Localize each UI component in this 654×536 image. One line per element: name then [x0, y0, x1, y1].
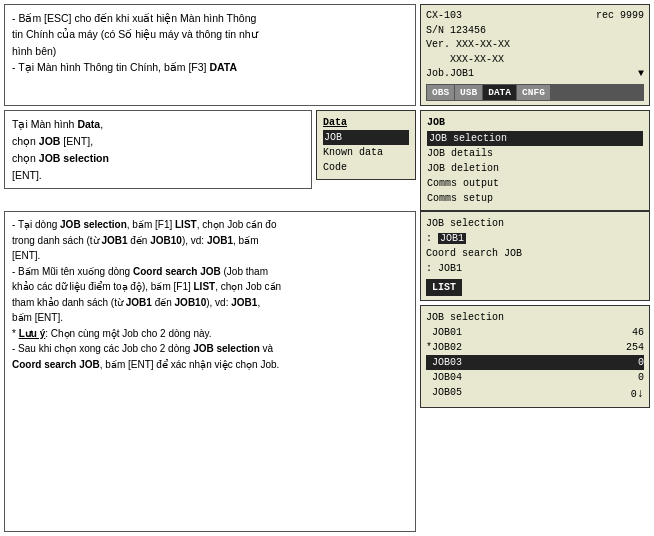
- top-section: - Bấm [ESC] cho đến khi xuất hiện Màn hì…: [0, 0, 654, 106]
- list-button[interactable]: LIST: [426, 279, 462, 296]
- data-menu-job-highlighted: JOB: [323, 130, 409, 145]
- job-list-title: JOB selection: [426, 310, 644, 325]
- job-selection-choice-label: JOB selection: [39, 152, 109, 164]
- job03-count: 0: [638, 355, 644, 370]
- data-menu-screen: Data JOB Known data Code: [316, 110, 416, 180]
- comms-output-item: Comms output: [427, 176, 643, 191]
- ver-line2: XXX-XX-XX: [426, 53, 644, 68]
- job-list-row-job05: JOB05 0↓: [426, 385, 644, 403]
- middle-right: JOB JOB selection JOB details JOB deleti…: [420, 110, 650, 211]
- job04-name: JOB04: [426, 370, 462, 385]
- top-instruction-text: - Bấm [ESC] cho đến khi xuất hiện Màn hì…: [12, 12, 258, 73]
- job05-name: JOB05: [426, 385, 462, 403]
- job-details-item: JOB details: [427, 146, 643, 161]
- tab-cnfg[interactable]: CNFG: [517, 85, 550, 101]
- job-line: Job.JOB1 ▼: [426, 67, 644, 82]
- ver-line1: Ver. XXX-XX-XX: [426, 38, 644, 53]
- tab-data[interactable]: DATA: [483, 85, 516, 101]
- main-screen-top: CX-103 rec 9999 S/N 123456 Ver. XXX-XX-X…: [420, 4, 650, 106]
- screen-header: CX-103 rec 9999: [426, 9, 644, 24]
- middle-left: Tại Màn hình Data, chọn JOB [ENT], chọn …: [4, 110, 416, 211]
- data-menu-known-data: Known data: [323, 147, 383, 158]
- comms-setup-item: Comms setup: [427, 191, 643, 206]
- job-sel-line1: : JOB1: [426, 231, 644, 246]
- job-menu-screen: JOB JOB selection JOB details JOB deleti…: [420, 110, 650, 211]
- screen-tabs: OBS USB DATA CNFG: [426, 84, 644, 102]
- job05-count: 0↓: [631, 385, 644, 403]
- sn-line: S/N 123456: [426, 24, 644, 39]
- coord-search-value: : JOB1: [426, 261, 644, 276]
- scroll-down-icon-list: ↓: [637, 387, 644, 401]
- job-selection-item: JOB selection: [427, 131, 643, 146]
- model-label: CX-103: [426, 9, 462, 24]
- sn-label: S/N: [426, 25, 444, 36]
- job-deletion-item: JOB deletion: [427, 161, 643, 176]
- job01-count: 46: [632, 325, 644, 340]
- job01-name: JOB01: [426, 325, 462, 340]
- data-label: Data: [77, 118, 100, 130]
- job04-count: 0: [638, 370, 644, 385]
- job-list-row-job04: JOB04 0: [426, 370, 644, 385]
- note-label: Lưu ý: [19, 328, 46, 339]
- tab-usb[interactable]: USB: [455, 85, 482, 101]
- data-menu-code: Code: [323, 162, 347, 173]
- bottom-section: - Tại dòng JOB selection, bấm [F1] LIST,…: [0, 211, 654, 536]
- job02-count: 254: [626, 340, 644, 355]
- middle-section: Tại Màn hình Data, chọn JOB [ENT], chọn …: [0, 106, 654, 211]
- sn-value: 123456: [450, 25, 486, 36]
- coord-search-line: Coord search JOB: [426, 246, 644, 261]
- job-choice-label: JOB: [39, 135, 61, 147]
- job-menu-title: JOB: [427, 115, 643, 130]
- job03-name: JOB03: [426, 355, 462, 370]
- coord-search-label: Coord search JOB: [133, 266, 221, 277]
- job-list-row-job01: JOB01 46: [426, 325, 644, 340]
- job-list-row-job03[interactable]: JOB03 0: [426, 355, 644, 370]
- list-btn-label1: LIST: [175, 219, 197, 230]
- job1-value: JOB1: [438, 233, 466, 244]
- bottom-right-screens: JOB selection : JOB1 Coord search JOB : …: [420, 211, 650, 532]
- bottom-instruction-box: - Tại dòng JOB selection, bấm [F1] LIST,…: [4, 211, 416, 532]
- job-list-screen: JOB selection JOB01 46 *JOB02 254 JOB03 …: [420, 305, 650, 408]
- job-sel-screen-title: JOB selection: [426, 216, 644, 231]
- job02-name: *JOB02: [426, 340, 462, 355]
- middle-instruction-box: Tại Màn hình Data, chọn JOB [ENT], chọn …: [4, 110, 312, 189]
- job-selection-screen: JOB selection : JOB1 Coord search JOB : …: [420, 211, 650, 301]
- rec-label: rec 9999: [596, 9, 644, 24]
- f3-data-label: DATA: [209, 61, 237, 73]
- data-menu-title: Data: [323, 117, 347, 128]
- job-list-row-job02: *JOB02 254: [426, 340, 644, 355]
- top-instruction-box: - Bấm [ESC] cho đến khi xuất hiện Màn hì…: [4, 4, 416, 106]
- bottom-job-sel-label: JOB selection: [60, 219, 127, 230]
- tab-obs[interactable]: OBS: [427, 85, 454, 101]
- scroll-down-icon: ▼: [638, 67, 644, 82]
